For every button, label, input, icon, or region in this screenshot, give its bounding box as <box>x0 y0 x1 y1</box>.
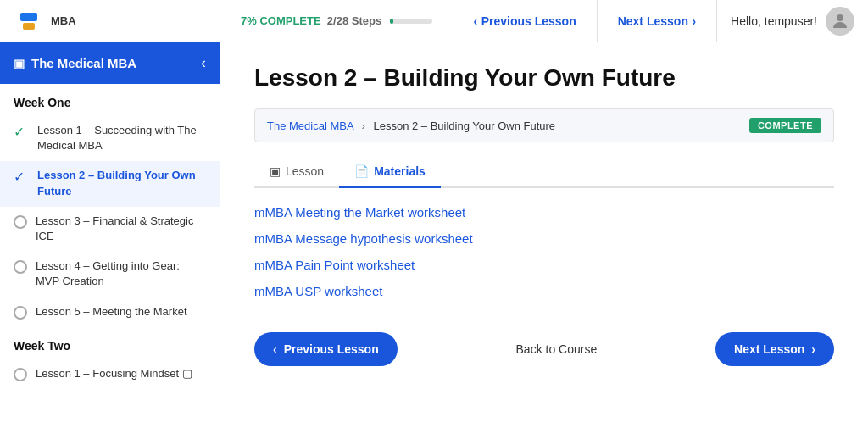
sidebar-course-icon: ▣ <box>14 57 25 70</box>
breadcrumb: The Medical MBA › Lesson 2 – Building Yo… <box>267 120 555 132</box>
circle-icon-3 <box>14 215 27 229</box>
check-done-icon: ✓ <box>14 124 29 139</box>
bottom-prev-chevron-icon: ‹ <box>273 342 277 356</box>
top-navigation: MBA 7% COMPLETE 2/28 Steps ‹ Previous Le… <box>0 0 868 42</box>
sidebar-item-lesson-4[interactable]: Lesson 4 – Getting into Gear: MVP Creati… <box>0 252 220 297</box>
previous-lesson-nav[interactable]: ‹ Previous Lesson <box>453 0 598 42</box>
chevron-right-icon: › <box>692 14 696 28</box>
logo-text: MBA <box>51 14 76 28</box>
lesson-2-text: Lesson 2 – Building Your Own Future <box>37 168 206 198</box>
next-lesson-nav[interactable]: Next Lesson › <box>598 0 717 42</box>
sidebar-collapse-button[interactable]: ‹ <box>201 54 206 72</box>
tab-materials[interactable]: 📄 Materials <box>339 158 441 188</box>
bottom-prev-button[interactable]: ‹ Previous Lesson <box>254 332 398 366</box>
progress-pct: 7% COMPLETE <box>241 14 321 27</box>
bottom-next-chevron-icon: › <box>811 342 815 356</box>
chevron-left-icon: ‹ <box>474 14 478 28</box>
week2-lesson-1-text: Lesson 1 – Focusing Mindset ▢ <box>36 366 192 381</box>
sidebar-item-lesson-5[interactable]: Lesson 5 – Meeting the Market <box>0 297 220 327</box>
check-done-active-icon: ✓ <box>14 169 29 184</box>
sidebar-item-lesson-3[interactable]: Lesson 3 – Financial & Strategic ICE <box>0 207 220 252</box>
sidebar: ▣ The Medical MBA ‹ Week One ✓ Lesson 1 … <box>0 42 220 428</box>
breadcrumb-lesson-text: Lesson 2 – Building Your Own Future <box>373 120 555 132</box>
sidebar-item-lesson-2[interactable]: ✓ Lesson 2 – Building Your Own Future <box>0 161 220 206</box>
next-lesson-label: Next Lesson <box>618 14 688 28</box>
lesson-tab-icon: ▣ <box>270 164 281 178</box>
progress-bar-fill <box>390 19 392 24</box>
main-layout: ▣ The Medical MBA ‹ Week One ✓ Lesson 1 … <box>0 42 868 428</box>
circle-icon-5 <box>14 306 27 320</box>
avatar <box>826 7 854 36</box>
sidebar-title-text: The Medical MBA <box>31 56 136 70</box>
breadcrumb-separator: › <box>362 120 369 132</box>
sidebar-item-lesson-1[interactable]: ✓ Lesson 1 – Succeeding with The Medical… <box>0 116 220 161</box>
user-area: Hello, tempuser! <box>717 7 868 36</box>
svg-point-0 <box>837 14 843 21</box>
prev-lesson-label: Previous Lesson <box>481 14 576 28</box>
lesson-1-text: Lesson 1 – Succeeding with The Medical M… <box>37 123 206 153</box>
back-to-course-button[interactable]: Back to Course <box>516 342 598 356</box>
tab-lesson-label: Lesson <box>286 164 324 178</box>
content-area: Lesson 2 – Building Your Own Future The … <box>220 42 868 428</box>
bottom-next-label: Next Lesson <box>734 342 804 356</box>
tab-materials-label: Materials <box>374 164 426 178</box>
logo-icon <box>14 6 44 36</box>
breadcrumb-course-link[interactable]: The Medical MBA <box>267 120 353 132</box>
content-tabs: ▣ Lesson 📄 Materials <box>254 158 834 188</box>
materials-list: mMBA Meeting the Market worksheet mMBA M… <box>254 205 834 298</box>
sidebar-title: ▣ The Medical MBA <box>14 56 136 70</box>
complete-badge: COMPLETE <box>749 118 821 133</box>
lesson-4-text: Lesson 4 – Getting into Gear: MVP Creati… <box>36 258 206 289</box>
progress-area: 7% COMPLETE 2/28 Steps <box>220 0 453 42</box>
material-link-2[interactable]: mMBA Message hypothesis worksheet <box>254 231 834 246</box>
tab-lesson[interactable]: ▣ Lesson <box>254 158 339 188</box>
bottom-prev-label: Previous Lesson <box>284 342 379 356</box>
breadcrumb-bar: The Medical MBA › Lesson 2 – Building Yo… <box>254 108 834 142</box>
week-two-heading: Week Two <box>0 327 220 359</box>
lesson-5-text: Lesson 5 – Meeting the Market <box>36 304 187 320</box>
material-link-3[interactable]: mMBA Pain Point worksheet <box>254 258 834 272</box>
circle-icon-w2-1 <box>14 368 27 381</box>
sidebar-header: ▣ The Medical MBA ‹ <box>0 42 220 84</box>
progress-steps: 2/28 Steps <box>327 14 381 27</box>
lesson-3-text: Lesson 3 – Financial & Strategic ICE <box>36 214 206 244</box>
week-one-heading: Week One <box>0 84 220 116</box>
circle-icon-4 <box>14 260 27 274</box>
user-greeting: Hello, tempuser! <box>731 14 817 28</box>
material-link-4[interactable]: mMBA USP worksheet <box>254 284 834 298</box>
material-link-1[interactable]: mMBA Meeting the Market worksheet <box>254 205 834 220</box>
bottom-next-button[interactable]: Next Lesson › <box>715 332 834 366</box>
user-icon <box>830 11 850 31</box>
materials-tab-icon: 📄 <box>354 164 369 178</box>
sidebar-item-week2-lesson-1[interactable]: Lesson 1 – Focusing Mindset ▢ <box>0 359 220 389</box>
progress-bar <box>390 19 431 24</box>
bottom-navigation: ‹ Previous Lesson Back to Course Next Le… <box>254 325 834 366</box>
lesson-title: Lesson 2 – Building Your Own Future <box>254 63 834 93</box>
progress-label: 7% COMPLETE 2/28 Steps <box>241 14 381 27</box>
logo-area: MBA <box>0 0 220 42</box>
